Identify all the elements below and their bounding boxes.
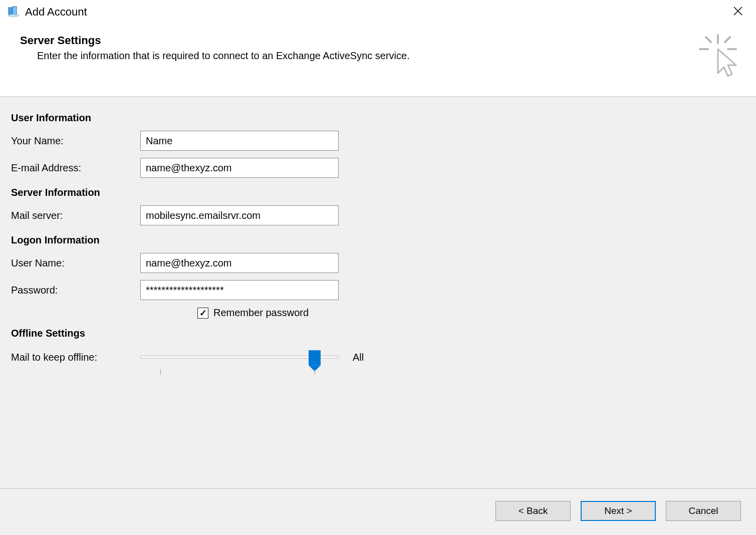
- label-remember-password: Remember password: [213, 307, 309, 319]
- page-title: Server Settings: [20, 34, 410, 47]
- svg-line-9: [706, 37, 711, 42]
- label-your-name: Your Name:: [11, 135, 140, 147]
- section-user-information: User Information: [11, 112, 746, 124]
- label-password: Password:: [11, 285, 140, 296]
- input-email[interactable]: [140, 158, 339, 178]
- slider-ticks: [140, 368, 339, 375]
- back-button[interactable]: < Back: [495, 501, 571, 521]
- slider-thumb[interactable]: [309, 350, 321, 365]
- form-body: User Information Your Name: E-mail Addre…: [0, 96, 756, 489]
- input-password[interactable]: [140, 280, 339, 300]
- svg-point-2: [8, 15, 19, 17]
- wizard-cursor-icon: [698, 34, 741, 84]
- label-mail-offline: Mail to keep offline:: [11, 352, 140, 363]
- dialog-footer: < Back Next > Cancel: [0, 489, 756, 535]
- titlebar-left: Add Account: [7, 5, 87, 20]
- row-remember-password: Remember password: [197, 307, 746, 319]
- label-mail-server: Mail server:: [11, 210, 140, 221]
- close-icon[interactable]: [729, 4, 747, 20]
- section-logon-information: Logon Information: [11, 234, 746, 246]
- section-offline-settings: Offline Settings: [11, 328, 746, 339]
- row-mail-offline: Mail to keep offline: All: [11, 346, 746, 368]
- label-username: User Name:: [11, 257, 140, 269]
- app-icon: [7, 5, 20, 20]
- row-mail-server: Mail server:: [11, 205, 746, 225]
- svg-line-10: [725, 37, 730, 42]
- section-server-information: Server Information: [11, 187, 746, 198]
- label-email: E-mail Address:: [11, 162, 140, 174]
- row-your-name: Your Name:: [11, 131, 746, 151]
- add-account-dialog: Add Account Server Settings Enter the in…: [0, 0, 756, 535]
- input-your-name[interactable]: [140, 131, 339, 151]
- page-subtitle: Enter the information that is required t…: [20, 50, 410, 62]
- window-title: Add Account: [25, 6, 87, 19]
- row-email: E-mail Address:: [11, 158, 746, 178]
- header-text: Server Settings Enter the information th…: [20, 34, 410, 62]
- input-username[interactable]: [140, 253, 339, 273]
- next-button[interactable]: Next >: [581, 501, 656, 521]
- row-password: Password:: [11, 280, 746, 300]
- slider-mail-offline[interactable]: [140, 346, 339, 368]
- slider-value-label: All: [353, 352, 364, 363]
- checkbox-remember-password[interactable]: [197, 308, 208, 319]
- wizard-header: Server Settings Enter the information th…: [0, 24, 756, 96]
- titlebar: Add Account: [0, 0, 756, 24]
- cancel-button[interactable]: Cancel: [666, 501, 741, 521]
- svg-rect-0: [9, 8, 13, 15]
- row-username: User Name:: [11, 253, 746, 273]
- input-mail-server[interactable]: [140, 205, 339, 225]
- svg-rect-1: [13, 7, 17, 15]
